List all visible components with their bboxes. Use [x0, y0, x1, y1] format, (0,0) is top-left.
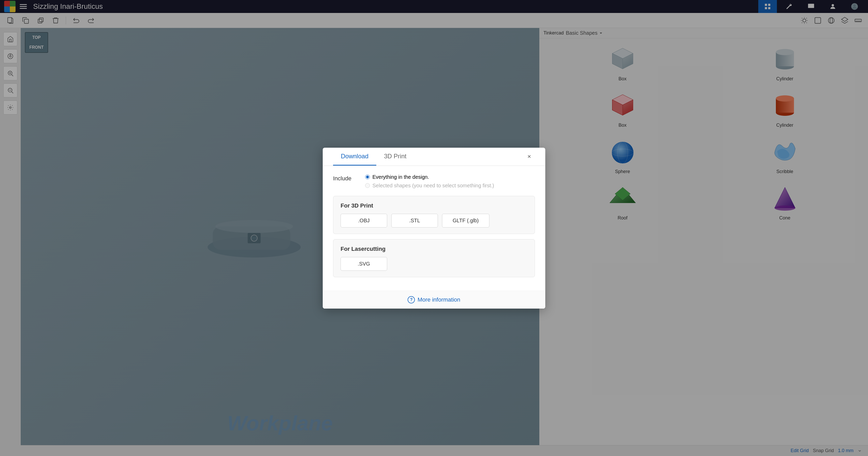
include-selected-option[interactable]: Selected shapes (you need to select some… — [365, 183, 494, 189]
include-row: Include Everything in the design. Select… — [333, 174, 535, 189]
3d-print-title: For 3D Print — [341, 202, 527, 209]
help-circle-icon: ? — [408, 296, 415, 304]
lasercutting-buttons: .SVG — [341, 257, 527, 271]
modal-overlay: Download 3D Print × Include Everything i… — [0, 0, 868, 456]
svg-button[interactable]: .SVG — [341, 257, 387, 271]
include-selected-label: Selected shapes (you need to select some… — [372, 183, 494, 189]
modal-body: Include Everything in the design. Select… — [323, 166, 545, 291]
stl-button[interactable]: .STL — [391, 214, 438, 227]
include-options: Everything in the design. Selected shape… — [365, 174, 494, 189]
lasercutting-section: For Lasercutting .SVG — [333, 239, 535, 277]
download-modal: Download 3D Print × Include Everything i… — [323, 148, 545, 309]
modal-close-button[interactable]: × — [524, 151, 535, 162]
tab-3dprint[interactable]: 3D Print — [376, 148, 414, 166]
include-everything-radio[interactable] — [365, 175, 370, 179]
modal-footer: ? More information — [323, 291, 545, 309]
more-info-label: More information — [417, 296, 460, 303]
modal-tabs: Download 3D Print — [333, 148, 414, 166]
include-everything-option[interactable]: Everything in the design. — [365, 174, 494, 180]
3d-print-buttons: .OBJ .STL GLTF (.glb) — [341, 214, 527, 227]
gltf-button[interactable]: GLTF (.glb) — [442, 214, 489, 227]
more-info-button[interactable]: ? More information — [408, 296, 460, 304]
modal-header: Download 3D Print × — [323, 148, 545, 166]
lasercutting-title: For Lasercutting — [341, 246, 527, 252]
include-label: Include — [333, 174, 359, 182]
include-everything-label: Everything in the design. — [372, 174, 429, 180]
include-selected-radio — [365, 183, 370, 188]
3d-print-section: For 3D Print .OBJ .STL GLTF (.glb) — [333, 196, 535, 234]
obj-button[interactable]: .OBJ — [341, 214, 387, 227]
tab-download[interactable]: Download — [333, 148, 376, 166]
